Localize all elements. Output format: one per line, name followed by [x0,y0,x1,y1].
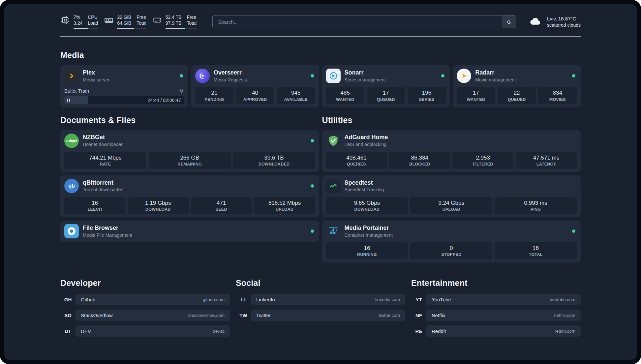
stat-value: 16 [327,245,407,252]
bookmark-name: StackOverflow [76,313,183,318]
plex-icon [64,69,79,83]
stat-value: 39.6 TB [234,154,314,161]
bookmark-abbr: GH [60,294,76,305]
documents-column: Documents & Files nzbget NZBGet Usenet d… [60,115,319,263]
qbittorrent-icon-label: qb [68,183,75,189]
nzbget-icon: nzbget [64,134,79,148]
bookmark-linkedin[interactable]: LI LinkedIn linkedin.com [236,294,405,305]
disk-resource-widget: 52.4 TB 97.9 TB Free Total [152,14,197,29]
bookmark-github[interactable]: GH Github github.com [60,294,230,305]
stat-value: 47.571 ms [517,154,575,161]
stat-label: PING [496,207,575,212]
speedtest-icon [326,179,341,193]
stat-tile: 485 WANTED [326,87,365,104]
app-card-radarr[interactable]: Radarr Movie management 17 WANTED 22 QUE… [453,65,581,107]
cpu-progress-bar [74,28,98,29]
stat-value: 196 [409,89,445,96]
app-card-qbittorrent[interactable]: qb qBittorrent Torrent downloader 16 LEE… [60,175,319,217]
stat-value: 618.52 Mbps [256,199,314,206]
status-dot [180,74,183,77]
app-name: Media Portainer [345,225,568,232]
app-subtitle: Usenet downloader [83,142,307,147]
app-card-sonarr[interactable]: Sonarr Series management 485 WANTED 17 Q… [322,65,450,107]
header-divider [60,36,581,37]
stats-row: 744.21 Mbps RATE 266 GB REMAINING 39.6 T… [64,148,315,169]
status-dot [572,74,575,77]
overseerr-icon [195,69,210,83]
stat-label: QUEUED [499,97,535,102]
stat-tile: 196 SERIES [408,87,446,104]
stat-label: PENDING [197,97,232,102]
bookmark-abbr: LI [236,294,251,305]
search-provider-button[interactable]: G [502,15,516,28]
stats-row: 16 RUNNING 0 STOPPED 16 TOTAL [326,238,577,259]
app-card-portainer[interactable]: Media Portainer Container management 16 … [322,221,581,262]
stat-tile: 0.993 ms PING [495,197,577,214]
bookmark-youtube[interactable]: YT YouTube youtube.com [411,294,581,305]
gear-icon[interactable] [179,88,184,94]
adguard-icon [326,134,341,148]
stat-value: 1.19 Gbps [129,199,187,206]
bookmark-name: Twitter [251,313,373,318]
stat-value: 266 GB [150,154,229,161]
memory-label-1: Free [137,14,146,20]
stat-value: 40 [237,89,273,96]
playback-progress-bar[interactable]: 24:44 / 02:06:47 [64,96,184,104]
app-card-nzbget[interactable]: nzbget NZBGet Usenet downloader 744.21 M… [60,130,319,172]
stats-row: 21 PENDING 40 APPROVED 945 AVAILABLE [195,83,315,104]
stat-label: MOVIES [539,97,575,102]
stat-label: AVAILABLE [278,97,314,102]
app-card-speedtest[interactable]: Speedtest Speedtest Tracking 9.65 Gbps D… [322,175,581,217]
bookmark-reddit[interactable]: RE Reddit reddit.com [411,325,581,337]
stat-tile: 618.52 Mbps UPLOAD [254,197,315,214]
app-card-overseerr[interactable]: Overseerr Media Requests 21 PENDING 40 A… [191,65,319,107]
disk-progress-fill [166,28,185,29]
stat-label: UPLOAD [412,207,491,212]
stat-value: 744.21 Mbps [66,154,145,161]
bookmark-abbr: DT [60,325,76,337]
search-input[interactable] [212,15,516,28]
stat-tile: 834 MOVIES [538,87,577,104]
bookmarks-social: Social LI LinkedIn linkedin.com TW Twitt… [236,278,405,341]
app-card-adguard[interactable]: AdGuard Home DNS and adblocking 498,461 … [322,130,581,172]
stat-label: LEECH [66,207,124,212]
stat-value: 945 [278,89,314,96]
pause-icon[interactable] [67,96,71,104]
stat-label: QUERIES [327,162,386,167]
stat-tile: 498,461 QUERIES [326,152,387,169]
app-card-filebrowser[interactable]: File Browser Media File Management [60,221,319,242]
bookmark-url: youtube.com [545,297,581,302]
bookmark-netflix[interactable]: NF Netflix netflix.com [411,310,581,321]
stat-label: APPROVED [237,97,273,102]
cpu-icon [60,15,70,25]
memory-icon [104,15,114,25]
bookmark-stackoverflow[interactable]: SO StackOverflow stackoverflow.com [60,310,230,321]
stats-row: 16 LEECH 1.19 Gbps DOWNLOAD 471 SEED 6 [64,193,315,214]
stat-tile: 39.6 TB DOWNLOADED [233,152,315,169]
stat-value: 17 [458,89,494,96]
bookmark-twitter[interactable]: TW Twitter twitter.com [236,310,405,321]
dashboard: 7% 3.24 CPU Load [4,4,637,360]
section-title-developer: Developer [60,278,230,288]
stat-label: WANTED [458,97,494,102]
stat-value: 0.993 ms [496,199,575,206]
app-card-plex[interactable]: Plex Media server Bullet Train [60,65,188,107]
app-name: Plex [83,69,176,76]
stat-tile: 22 QUEUED [498,87,536,104]
status-dot [311,184,314,188]
stat-tile: 471 SEED [191,197,252,214]
top-bar: 7% 3.24 CPU Load [60,14,581,29]
bookmark-dev[interactable]: DT DEV dev.to [60,325,230,337]
stat-value: 21 [197,89,232,96]
stat-value: 2,953 [454,154,512,161]
app-name: NZBGet [83,134,307,141]
stats-row: 9.65 Gbps DOWNLOAD 9.24 Gbps UPLOAD 0.99… [326,193,577,214]
stat-tile: 17 WANTED [457,87,495,104]
app-subtitle: DNS and adblocking [345,142,577,147]
stat-value: 16 [66,199,124,206]
app-name: qBittorrent [83,179,307,187]
stat-tile: 9.24 Gbps UPLOAD [410,197,492,214]
stat-value: 17 [368,89,404,96]
bookmark-url: netflix.com [549,313,581,318]
stat-tile: 17 QUEUED [367,87,405,104]
